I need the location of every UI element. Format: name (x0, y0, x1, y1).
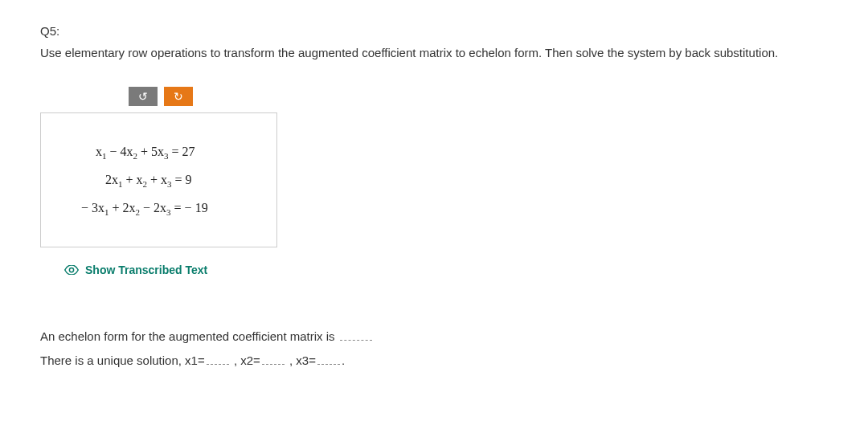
svg-point-0 (69, 268, 73, 272)
undo-button[interactable]: ↺ (129, 87, 158, 106)
eq1-rhs: = 27 (169, 145, 195, 158)
eye-icon (64, 265, 79, 275)
eq2-rhs: = 9 (172, 173, 192, 186)
answer-line2-mid1: , x2= (231, 353, 260, 367)
eq3-rhs: = − 19 (171, 201, 208, 215)
answer-line1-text: An echelon form for the augmented coeffi… (40, 329, 338, 343)
blank-x1[interactable] (207, 353, 229, 365)
answer-line2-mid2: , x3= (286, 353, 316, 367)
eq3-mid1: + 2x (109, 201, 136, 215)
eq3-mid2: − 2x (140, 201, 166, 215)
eq1-mid1: − 4x (107, 145, 133, 158)
answer-section: An echelon form for the augmented coeffi… (40, 325, 828, 373)
blank-x2[interactable] (262, 353, 285, 365)
equation-1: x1 − 4x2 + 5x3 = 27 (81, 137, 260, 166)
equation-3: − 3x1 + 2x2 − 2x3 = − 19 (81, 194, 260, 222)
eq1-pre: x (96, 145, 102, 158)
eq1-mid2: + 5x (137, 145, 164, 158)
eq2-mid1: + x (123, 173, 143, 186)
show-transcribed-label: Show Transcribed Text (85, 264, 207, 276)
question-label: Q5: (40, 24, 828, 38)
answer-line2-pre: There is a unique solution, x1= (40, 353, 205, 367)
show-transcribed-link[interactable]: Show Transcribed Text (64, 264, 828, 276)
answer-line-2: There is a unique solution, x1= , x2= , … (40, 349, 828, 373)
answer-line2-end: . (342, 353, 345, 367)
eq3-pre: − 3x (81, 201, 104, 215)
buttons-row: ↺ ↻ (129, 87, 828, 106)
eq2-mid2: + x (147, 173, 167, 186)
redo-button[interactable]: ↻ (164, 87, 193, 106)
question-text: Use elementary row operations to transfo… (40, 44, 828, 63)
blank-echelon[interactable] (340, 329, 372, 341)
answer-line-1: An echelon form for the augmented coeffi… (40, 325, 828, 349)
eq2-pre: 2x (105, 173, 118, 186)
equation-2: 2x1 + x2 + x3 = 9 (81, 166, 260, 194)
blank-x3[interactable] (317, 353, 340, 365)
equation-box: x1 − 4x2 + 5x3 = 27 2x1 + x2 + x3 = 9 − … (40, 112, 277, 247)
